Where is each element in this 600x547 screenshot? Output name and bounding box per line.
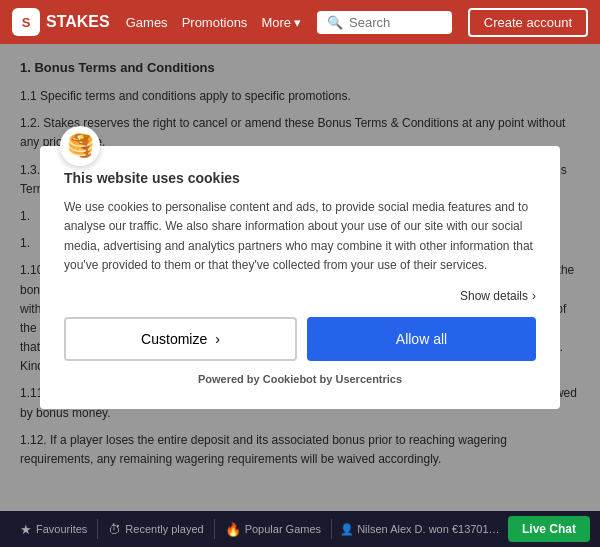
customize-button[interactable]: Customize ›	[64, 317, 297, 361]
fire-icon: 🔥	[225, 522, 241, 537]
header: S STAKES Games Promotions More ▾ 🔍 Creat…	[0, 0, 600, 44]
nav-promotions[interactable]: Promotions	[182, 15, 248, 30]
star-icon: ★	[20, 522, 32, 537]
main-content: 1. Bonus Terms and Conditions 1.1 Specif…	[0, 44, 600, 511]
logo[interactable]: S STAKES	[12, 8, 110, 36]
cookie-modal: 🥞 This website uses cookies We use cooki…	[40, 146, 560, 409]
nav-more[interactable]: More ▾	[261, 15, 301, 30]
clock-icon: ⏱	[108, 522, 121, 537]
chevron-right-icon: ›	[215, 331, 220, 347]
cookie-icon: 🥞	[60, 126, 100, 166]
ticker-avatar: 👤	[340, 523, 354, 535]
logo-icon: S	[12, 8, 40, 36]
nav-games[interactable]: Games	[126, 15, 168, 30]
show-details-link[interactable]: Show details ›	[64, 289, 536, 303]
live-chat-button[interactable]: Live Chat	[508, 516, 590, 542]
cookie-overlay: 🥞 This website uses cookies We use cooki…	[0, 44, 600, 511]
nav-links: Games Promotions More ▾	[126, 15, 301, 30]
search-input[interactable]	[349, 15, 442, 30]
popular-games-button[interactable]: 🔥 Popular Games	[215, 522, 331, 537]
cookie-modal-body: We use cookies to personalise content an…	[64, 198, 536, 275]
cookiebot-brand: Cookiebot by Usercentrics	[263, 373, 402, 385]
cookie-buttons: Customize › Allow all	[64, 317, 536, 361]
ticker: 👤 Nilsen Alex D. won €13701.69 on Hot Fi…	[332, 523, 508, 536]
create-account-button[interactable]: Create account	[468, 8, 588, 37]
cookie-modal-title: This website uses cookies	[64, 170, 536, 186]
chevron-right-icon: ›	[532, 289, 536, 303]
logo-text: STAKES	[46, 13, 110, 31]
bottom-bar: ★ Favourites ⏱ Recently played 🔥 Popular…	[0, 511, 600, 547]
allow-all-button[interactable]: Allow all	[307, 317, 536, 361]
recently-played-button[interactable]: ⏱ Recently played	[98, 522, 213, 537]
search-bar[interactable]: 🔍	[317, 11, 452, 34]
search-icon: 🔍	[327, 15, 343, 30]
favourites-button[interactable]: ★ Favourites	[10, 522, 97, 537]
powered-by: Powered by Cookiebot by Usercentrics	[64, 373, 536, 385]
chevron-down-icon: ▾	[294, 15, 301, 30]
